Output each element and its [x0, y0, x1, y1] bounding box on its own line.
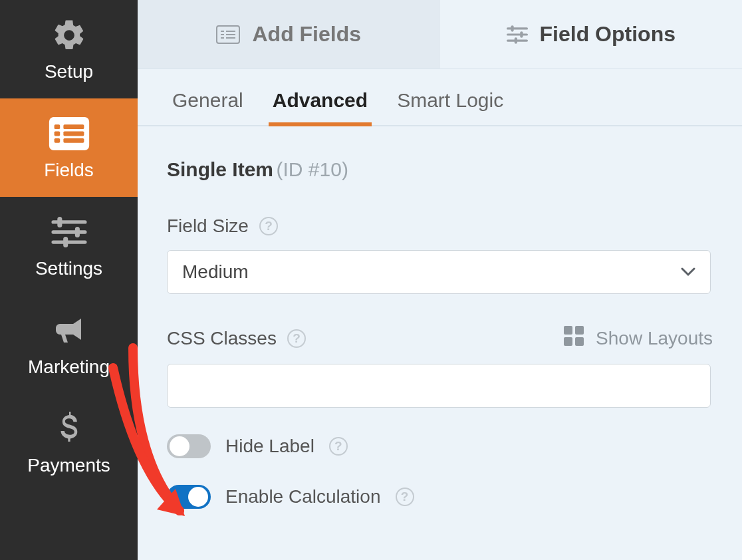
- field-size-row: Field Size ? Medium: [167, 215, 713, 294]
- css-classes-input[interactable]: [167, 364, 711, 408]
- svg-rect-20: [507, 27, 528, 29]
- section-id: (ID #10): [277, 158, 348, 180]
- list-icon: [49, 117, 90, 150]
- section-header: Single Item (ID #10): [167, 158, 713, 181]
- svg-rect-10: [57, 217, 62, 227]
- svg-rect-23: [511, 25, 513, 32]
- sliders-icon: [51, 215, 87, 249]
- tab-field-options[interactable]: Field Options: [440, 0, 743, 69]
- svg-rect-8: [51, 230, 86, 233]
- help-icon[interactable]: ?: [259, 217, 278, 235]
- sidebar-item-setup[interactable]: Setup: [0, 0, 138, 98]
- svg-rect-29: [575, 337, 584, 346]
- hide-label-toggle[interactable]: [167, 434, 211, 458]
- enable-calculation-row: Enable Calculation ?: [167, 485, 713, 509]
- sub-tab-general[interactable]: General: [172, 89, 243, 125]
- enable-calculation-label: Enable Calculation: [225, 486, 381, 507]
- field-size-label: Field Size: [167, 215, 249, 237]
- grid-icon: [564, 326, 584, 350]
- sidebar-item-fields[interactable]: Fields: [0, 98, 138, 197]
- main-panel: Add Fields Field Options General Advance…: [138, 0, 742, 560]
- field-options-content: Single Item (ID #10) Field Size ? Medium…: [138, 126, 742, 509]
- enable-calculation-toggle[interactable]: [167, 485, 211, 509]
- css-classes-label: CSS Classes: [167, 328, 277, 349]
- sidebar-item-label: Settings: [35, 258, 102, 279]
- hide-label-label: Hide Label: [225, 436, 314, 457]
- svg-rect-4: [63, 124, 84, 129]
- sidebar-item-label: Marketing: [28, 356, 110, 378]
- svg-rect-27: [575, 326, 584, 335]
- field-size-value: Medium: [182, 261, 249, 283]
- help-icon[interactable]: ?: [396, 488, 414, 506]
- tab-label: Add Fields: [252, 22, 361, 47]
- svg-rect-26: [564, 326, 572, 335]
- svg-rect-25: [514, 37, 517, 44]
- tab-add-fields[interactable]: Add Fields: [138, 0, 440, 69]
- chevron-down-icon: [681, 267, 695, 277]
- show-layouts-button[interactable]: Show Layouts: [564, 326, 713, 350]
- field-size-select[interactable]: Medium: [167, 250, 711, 294]
- sidebar-item-label: Fields: [44, 160, 94, 181]
- sidebar-item-marketing[interactable]: Marketing: [0, 295, 138, 394]
- top-tabs: Add Fields Field Options: [138, 0, 742, 69]
- sliders-icon: [507, 25, 528, 44]
- sidebar: Setup Fields Settings Marketing Payments: [0, 0, 138, 560]
- sidebar-item-payments[interactable]: Payments: [0, 394, 138, 492]
- list-card-icon: [216, 25, 240, 44]
- svg-rect-1: [54, 124, 60, 129]
- sidebar-item-label: Payments: [27, 455, 110, 476]
- show-layouts-label: Show Layouts: [596, 328, 713, 349]
- help-icon[interactable]: ?: [329, 437, 348, 456]
- svg-rect-21: [507, 33, 528, 35]
- sub-tabs: General Advanced Smart Logic: [138, 69, 742, 126]
- svg-rect-12: [63, 237, 68, 247]
- css-classes-header: CSS Classes ? Show Layouts: [167, 326, 713, 350]
- svg-rect-9: [51, 240, 86, 243]
- bullhorn-icon: [51, 314, 87, 347]
- hide-label-row: Hide Label ?: [167, 434, 713, 458]
- tab-label: Field Options: [540, 22, 676, 47]
- svg-rect-28: [564, 337, 572, 346]
- section-title: Single Item: [167, 158, 273, 180]
- svg-rect-24: [520, 31, 523, 38]
- svg-rect-3: [54, 138, 60, 143]
- dollar-icon: [58, 412, 80, 446]
- sidebar-item-settings[interactable]: Settings: [0, 197, 138, 295]
- sub-tab-smart-logic[interactable]: Smart Logic: [397, 89, 503, 125]
- svg-rect-6: [63, 138, 84, 143]
- gear-icon: [51, 19, 87, 52]
- svg-rect-7: [51, 220, 86, 223]
- sub-tab-advanced[interactable]: Advanced: [273, 89, 368, 125]
- svg-rect-2: [54, 132, 60, 136]
- svg-rect-11: [74, 227, 79, 237]
- help-icon[interactable]: ?: [287, 329, 306, 348]
- svg-rect-5: [63, 132, 84, 136]
- sidebar-item-label: Setup: [45, 61, 93, 82]
